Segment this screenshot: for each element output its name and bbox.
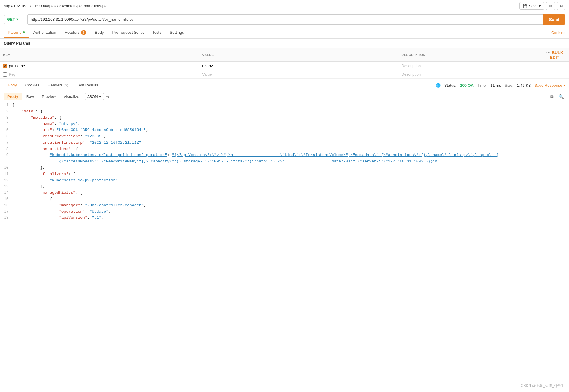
json-line: 3 "metadata": { (0, 115, 569, 121)
send-label: Send (549, 17, 559, 22)
edit-button[interactable]: ✏ (546, 2, 555, 10)
line-content: "data": { (12, 108, 569, 115)
param-desc-input[interactable] (401, 64, 537, 68)
wrap-button[interactable]: ⇒ (105, 93, 111, 100)
cookies-link[interactable]: Cookies (551, 30, 565, 35)
response-tab-body[interactable]: Body (4, 80, 21, 90)
line-number: 8 (0, 146, 12, 152)
method-select[interactable]: GET ▾ (4, 15, 28, 24)
search-json-button[interactable]: 🔍 (557, 93, 565, 100)
format-tab-raw[interactable]: Raw (23, 93, 38, 100)
tab-headers[interactable]: Headers 6 (61, 28, 91, 38)
line-content: "finalizers": [ (12, 171, 569, 177)
size-label: Size: (505, 83, 513, 88)
json-key: "resourceVersion" (40, 134, 80, 139)
json-line: 18 "apiVersion": "v1", (0, 215, 569, 221)
line-number: 13 (0, 183, 12, 190)
json-punct: : (85, 209, 90, 214)
line-content: { (12, 102, 569, 108)
json-string-link: "{\"apiVersion\":\"v1\",\n \"kind\":\"Pe… (172, 153, 499, 157)
json-line: 9 "kubectl.kubernetes.io/last-applied-co… (0, 152, 569, 158)
json-line: 14 "managedFields": [ (0, 190, 569, 196)
response-tab-cookies[interactable]: Cookies (21, 80, 44, 90)
param-value-input[interactable] (202, 64, 395, 68)
response-tab-testresults[interactable]: Test Results (73, 80, 102, 90)
copy-json-button[interactable]: ⧉ (549, 93, 555, 100)
line-number: 18 (0, 215, 12, 221)
response-tab-cookies-label: Cookies (25, 83, 39, 87)
col-header-description: DESCRIPTION (398, 48, 540, 62)
format-tab-pretty[interactable]: Pretty (4, 93, 22, 100)
json-punct: : (167, 153, 172, 157)
method-dropdown-icon: ▾ (16, 17, 18, 22)
line-content: {\"accessModes\":[\"ReadWriteMany\"],\"c… (12, 158, 569, 165)
line-content: "operation": "Update", (12, 209, 569, 215)
json-string: "2022-12-16T02:21:11Z" (89, 140, 141, 145)
param-checkbox[interactable] (3, 64, 7, 68)
status-label: Status: (444, 83, 456, 88)
param-action-cell (541, 62, 569, 70)
tab-params[interactable]: Params (4, 28, 29, 38)
format-select[interactable]: JSON ▾ (85, 93, 104, 100)
tab-authorization-label: Authorization (33, 30, 56, 35)
params-table: KEY VALUE DESCRIPTION ··· Bulk Edit (0, 48, 569, 79)
json-punct: : (80, 203, 85, 208)
json-punct: , (104, 134, 106, 139)
tab-body[interactable]: Body (91, 28, 108, 38)
json-string-link: {\"accessModes\":[\"ReadWriteMany\"],\"c… (59, 159, 355, 164)
line-number (0, 158, 12, 159)
format-tab-visualize[interactable]: Visualize (60, 93, 83, 100)
url-input[interactable] (28, 14, 543, 25)
line-content: }, (12, 165, 569, 171)
bulk-edit-button[interactable]: Bulk Edit (550, 50, 563, 60)
format-tab-visualize-label: Visualize (64, 94, 79, 99)
copy-button[interactable]: ⧉ (557, 2, 565, 10)
save-button[interactable]: 💾 Save ▾ (519, 2, 544, 10)
param-empty-value-input[interactable] (202, 72, 395, 77)
tab-tests[interactable]: Tests (148, 28, 165, 38)
url-bar: GET ▾ Send (0, 12, 569, 27)
format-tab-preview[interactable]: Preview (38, 93, 59, 100)
line-number: 3 (0, 115, 12, 121)
format-icon-group: ⧉ 🔍 (549, 93, 565, 100)
format-tab-pretty-label: Pretty (7, 94, 18, 99)
json-punct: : (52, 128, 57, 132)
wrap-icon: ⇒ (106, 94, 110, 99)
param-empty-checkbox[interactable] (3, 72, 7, 77)
method-value: GET (7, 17, 15, 22)
json-punct: : (87, 215, 92, 220)
json-string: "v1" (92, 215, 101, 220)
json-line: 13 ], (0, 183, 569, 190)
param-key-input[interactable] (9, 64, 196, 68)
time-label: Time: (477, 83, 487, 88)
tab-prerequest[interactable]: Pre-request Script (108, 28, 148, 38)
format-tab-raw-label: Raw (26, 94, 34, 99)
line-content: "managedFields": [ (12, 190, 569, 196)
json-line: 6 "resourceVersion": "123585", (0, 133, 569, 140)
param-empty-key-input[interactable] (9, 72, 196, 77)
json-string-link: "kubernetes.io/pv-protection" (50, 178, 118, 183)
line-content: "apiVersion": "v1", (12, 215, 569, 221)
param-empty-desc (398, 70, 540, 79)
tab-prerequest-label: Pre-request Script (112, 30, 144, 35)
size-value: 1.46 KB (517, 83, 531, 88)
copy-icon: ⧉ (560, 3, 563, 8)
param-empty-desc-input[interactable] (401, 72, 537, 77)
tab-settings[interactable]: Settings (166, 28, 188, 38)
send-button[interactable]: Send (543, 14, 565, 25)
save-response-button[interactable]: Save Response ▾ (535, 83, 565, 88)
json-key: "uid" (40, 128, 52, 132)
json-line: 1{ (0, 102, 569, 108)
globe-icon: 🌐 (436, 83, 441, 88)
line-number: 14 (0, 190, 12, 196)
tab-authorization[interactable]: Authorization (29, 28, 61, 38)
json-punct: , (141, 140, 144, 145)
param-desc-cell (398, 62, 540, 70)
line-number: 6 (0, 133, 12, 140)
json-punct: : [ (76, 190, 83, 195)
line-content: "uid": "b6aed096-4350-4abd-a9cb-d1ed6859… (12, 127, 569, 133)
response-tab-headers[interactable]: Headers (3) (44, 80, 73, 90)
json-punct: : { (54, 115, 61, 120)
table-row-empty (0, 70, 569, 79)
line-number: 10 (0, 165, 12, 171)
